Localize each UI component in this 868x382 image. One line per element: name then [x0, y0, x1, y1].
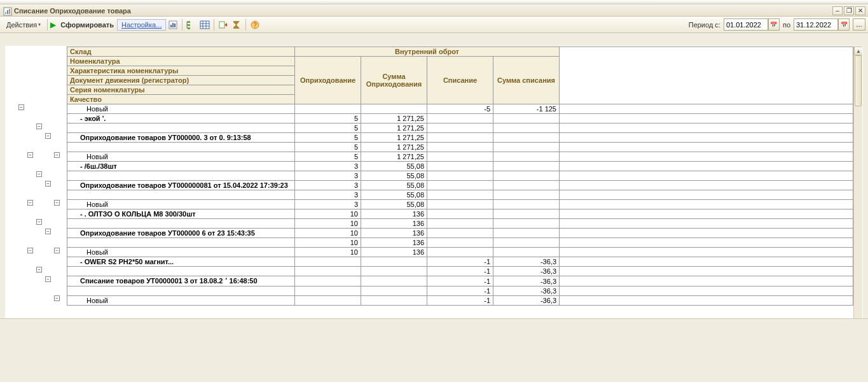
- tree-expand-button[interactable]: −: [36, 171, 42, 177]
- generate-button[interactable]: Сформировать: [58, 20, 116, 30]
- table-row[interactable]: Списание товаров УТ0000001 3 от 18.08.2 …: [67, 276, 853, 286]
- num-cell: 5: [295, 114, 361, 124]
- num-cell: [493, 124, 560, 133]
- num-cell: 5: [295, 143, 361, 152]
- scroll-thumb[interactable]: [855, 55, 862, 106]
- table-row[interactable]: 51 271,25: [67, 124, 853, 133]
- table-icon[interactable]: [198, 18, 211, 31]
- date-from-input[interactable]: [724, 18, 768, 31]
- num-cell: [427, 143, 493, 152]
- date-to-input[interactable]: [794, 18, 838, 31]
- table-row[interactable]: -1-36,3: [67, 267, 853, 276]
- num-cell: [427, 229, 493, 238]
- row-name-cell: [67, 171, 295, 181]
- blank-cell: [560, 200, 853, 209]
- table-row[interactable]: 355,08: [67, 171, 853, 181]
- tree-expand-button[interactable]: −: [54, 200, 60, 206]
- table-row[interactable]: 51 271,25: [67, 143, 853, 152]
- table-row[interactable]: Новый51 271,25: [67, 152, 853, 162]
- table-row[interactable]: 10136: [67, 219, 853, 229]
- num-cell: [295, 104, 361, 114]
- separator: [182, 19, 183, 31]
- table-row[interactable]: Новый-1-36,3: [67, 296, 853, 306]
- tree-expand-button[interactable]: −: [45, 276, 51, 282]
- num-cell: [361, 257, 427, 267]
- tree-expand-button[interactable]: −: [54, 152, 60, 158]
- minimize-button[interactable]: –: [832, 6, 843, 15]
- table-row[interactable]: Оприходование товаров УТ000000 6 от 23 1…: [67, 229, 853, 238]
- num-cell: [427, 248, 493, 257]
- num-cell: [427, 181, 493, 190]
- table-row[interactable]: Оприходование товаров УТ000000. 3 от 0. …: [67, 133, 853, 143]
- tree-expand-button[interactable]: −: [45, 133, 51, 139]
- settings-button[interactable]: Настройка...: [117, 19, 166, 31]
- table-row[interactable]: - OWER S2 PH2*50 магнит...-1-36,3: [67, 257, 853, 267]
- blank-cell: [560, 124, 853, 133]
- date-to-picker-button[interactable]: 📅: [838, 18, 850, 31]
- num-cell: 1 271,25: [361, 133, 427, 143]
- header-nomenklatura: Номенклатура: [67, 57, 295, 66]
- num-cell: 3: [295, 162, 361, 171]
- table-row[interactable]: - экой '.51 271,25: [67, 114, 853, 124]
- svg-rect-10: [188, 27, 190, 29]
- tree-expand-button[interactable]: −: [54, 295, 60, 301]
- close-button[interactable]: ✕: [855, 6, 865, 15]
- table-row[interactable]: - /6ш./38шт355,08: [67, 162, 853, 171]
- vertical-scrollbar[interactable]: ▲ ▼: [853, 46, 862, 330]
- report-icon: [3, 6, 11, 15]
- table-row[interactable]: 10136: [67, 238, 853, 248]
- num-cell: 10: [295, 209, 361, 219]
- sigma-icon[interactable]: [230, 18, 243, 31]
- table-row[interactable]: -1-36,3: [67, 286, 853, 296]
- header-series: Серия номенклатуры: [67, 85, 295, 95]
- col-sum-spisanie: Сумма списания: [493, 57, 560, 104]
- tree-expand-button[interactable]: −: [54, 248, 60, 253]
- num-cell: [493, 200, 560, 209]
- blank-cell: [560, 162, 853, 171]
- blank-cell: [560, 152, 853, 162]
- tree-expand-button[interactable]: −: [36, 267, 42, 272]
- help-icon[interactable]: ?: [249, 18, 261, 31]
- tree-icon[interactable]: [185, 18, 198, 31]
- num-cell: [361, 276, 427, 286]
- num-cell: [295, 276, 361, 286]
- table-row[interactable]: Новый355,08: [67, 200, 853, 209]
- actions-dropdown[interactable]: Действия: [3, 20, 45, 30]
- scroll-up-button[interactable]: ▲: [854, 46, 863, 55]
- table-row[interactable]: Новый10136: [67, 248, 853, 257]
- num-cell: [427, 124, 493, 133]
- tree-expand-button[interactable]: −: [45, 181, 51, 187]
- window-titlebar: Списание Оприходование товара – ❐ ✕: [0, 4, 868, 17]
- row-name-cell: [67, 238, 295, 248]
- col-spisanie: Списание: [427, 57, 493, 104]
- tree-expand-button[interactable]: −: [36, 219, 42, 225]
- num-cell: 5: [295, 133, 361, 143]
- tree-expand-button[interactable]: −: [27, 248, 33, 253]
- restore-button[interactable]: ❐: [844, 6, 854, 15]
- table-row[interactable]: 355,08: [67, 190, 853, 200]
- blank-cell: [560, 209, 853, 219]
- tree-expand-button[interactable]: −: [18, 104, 24, 110]
- date-from-picker-button[interactable]: 📅: [768, 18, 780, 31]
- row-name-cell: [67, 286, 295, 296]
- period-ellipsis-button[interactable]: …: [853, 18, 865, 31]
- export-icon[interactable]: [217, 18, 230, 31]
- num-cell: 1 271,25: [361, 124, 427, 133]
- num-cell: 1 271,25: [361, 114, 427, 124]
- table-row[interactable]: - . ОЛТЗО О КОЛЬЦА М8 300/30шт10136: [67, 209, 853, 219]
- row-name-cell: - OWER S2 PH2*50 магнит...: [67, 257, 295, 267]
- tree-expand-button[interactable]: −: [27, 200, 33, 206]
- num-cell: [493, 162, 560, 171]
- app-toolbar: [0, 0, 868, 4]
- table-row[interactable]: Новый-5-1 125: [67, 104, 853, 114]
- chart-icon[interactable]: [167, 18, 179, 31]
- row-name-cell: Списание товаров УТ0000001 3 от 18.08.2 …: [67, 276, 295, 286]
- tree-expand-button[interactable]: −: [36, 124, 42, 129]
- num-cell: -1: [427, 286, 493, 296]
- tree-expand-button[interactable]: −: [27, 152, 33, 158]
- header-doc: Документ движения (регистратор): [67, 76, 295, 85]
- num-cell: [427, 200, 493, 209]
- blank-cell: [560, 104, 853, 114]
- tree-expand-button[interactable]: −: [45, 229, 51, 234]
- table-row[interactable]: Оприходование товаров УТ000000081 от 15.…: [67, 181, 853, 190]
